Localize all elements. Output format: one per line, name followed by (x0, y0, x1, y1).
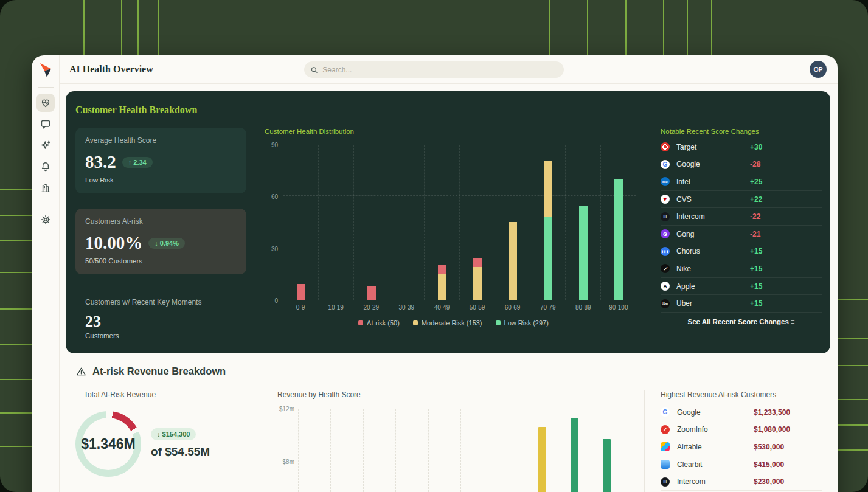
bar-segment (473, 258, 482, 267)
score-change-row[interactable]: ♥CVS+22 (661, 191, 822, 209)
score-change-value: -21 (750, 230, 822, 238)
at-risk-amount: $1,233,500 (754, 408, 822, 417)
divider (77, 282, 245, 282)
intel-logo: intel (661, 177, 670, 186)
decor-line (838, 338, 868, 339)
top-customer-row[interactable]: Airtable$530,000 (661, 438, 822, 456)
uber-logo: Uber (661, 299, 670, 308)
search-input[interactable] (322, 66, 558, 74)
bar-column (353, 145, 389, 300)
bar-column (530, 145, 565, 300)
score-change-row[interactable]: ❚❚❚Chorus+15 (661, 243, 822, 261)
at-risk-amount: $415,000 (754, 460, 822, 469)
score-change-value: -28 (750, 160, 822, 168)
intercom-logo: ||| (661, 212, 670, 221)
decor-line (137, 0, 139, 55)
stat-label: Average Health Score (85, 136, 237, 145)
sidebar-item-ai-insights[interactable] (36, 136, 55, 154)
bar-column (493, 409, 525, 492)
company-name: Intercom (674, 212, 750, 221)
bell-icon (40, 161, 52, 173)
score-change-value: +15 (750, 282, 822, 291)
at-risk-amount: $530,000 (754, 443, 822, 451)
legend-swatch (413, 320, 418, 325)
stat-value: 83.2 (85, 152, 116, 172)
x-axis-labels: 0-910-1920-2930-3940-4950-5960-6970-7980… (283, 304, 636, 311)
decor-line (83, 0, 85, 55)
company-name: Intel (674, 178, 750, 186)
app-logo-icon[interactable] (38, 63, 53, 78)
decor-line (549, 0, 550, 55)
score-change-row[interactable]: intelIntel+25 (661, 173, 822, 191)
sidebar-item-health[interactable] (36, 94, 55, 112)
sparkles-icon (40, 139, 52, 151)
score-change-row[interactable]: GGong-21 (661, 226, 822, 243)
list-icon: ≡ (791, 318, 794, 325)
score-changes-panel: Notable Recent Score Changes Target+30GG… (661, 128, 822, 349)
stats-column: Average Health Score 83.2 ↑ 2.34 Low Ris… (75, 128, 246, 349)
top-customer-row[interactable]: ZZoomInfo$1,080,000 (661, 421, 822, 439)
bar-column (565, 145, 600, 300)
score-change-row[interactable]: Target+30 (661, 139, 822, 156)
decor-line (0, 412, 32, 414)
stat-sub: 50/500 Customers (85, 257, 237, 265)
score-change-row[interactable]: GGoogle-28 (661, 156, 822, 174)
score-changes-title: Notable Recent Score Changes (661, 128, 822, 135)
company-name: Google (674, 408, 754, 417)
stat-label: Customers w/ Recent Key Moments (85, 298, 237, 307)
sidebar-item-accounts[interactable] (36, 179, 55, 197)
bar-column (298, 409, 330, 492)
score-change-row[interactable]: UberUber+15 (661, 295, 822, 313)
donut-total: of $54.55M (151, 445, 210, 459)
x-tick-label: 0-9 (283, 304, 318, 311)
score-change-row[interactable]: ✓Nike+15 (661, 260, 822, 278)
sidebar-item-settings[interactable] (36, 210, 55, 229)
x-tick-label: 30-39 (389, 304, 424, 311)
bar-stack (614, 179, 623, 300)
chat-icon (40, 118, 52, 130)
company-name: Google (674, 160, 750, 168)
top-customer-row[interactable]: Clearbit$415,000 (661, 456, 822, 474)
decor-line (625, 0, 627, 55)
decor-line (838, 365, 868, 366)
bar-stack (473, 258, 482, 300)
sidebar-item-conversations[interactable] (36, 115, 55, 133)
y-tick-label: 60 (271, 193, 278, 200)
score-change-row[interactable]: |||Intercom-22 (661, 208, 822, 226)
heart-pulse-icon (40, 97, 52, 109)
sidebar-item-notifications[interactable] (36, 158, 55, 176)
search-icon (310, 66, 318, 74)
main-area: AI Health Overview OP Customer Health Br… (60, 55, 838, 492)
key-moments-stat: Customers w/ Recent Key Moments 23 Custo… (75, 289, 246, 349)
top-customer-row[interactable]: GGoogle$1,233,500 (661, 404, 822, 421)
total-at-risk-revenue: Total At-Risk Revenue $1.346M ↓ $154,300… (60, 390, 260, 492)
bar-stack (297, 284, 305, 300)
search-bar[interactable] (304, 61, 564, 78)
bar-column (318, 145, 353, 300)
company-name: Intercom (674, 477, 754, 486)
score-change-row[interactable]: AApple+15 (661, 278, 822, 296)
score-change-value: +30 (750, 143, 822, 151)
x-tick-label: 70-79 (530, 304, 566, 311)
chorus-logo: ❚❚❚ (661, 247, 670, 256)
stat-value: 10.00% (85, 233, 142, 253)
decor-line (158, 0, 159, 55)
see-all-score-changes-link[interactable]: See All Recent Score Changes ≡ (661, 318, 822, 325)
decor-line (838, 399, 868, 400)
bar-stack (579, 206, 588, 300)
divider (77, 201, 245, 201)
x-tick-label: 40-49 (424, 304, 459, 311)
bar-segment (579, 206, 588, 300)
top-customer-row[interactable]: |||Intercom$230,000 (661, 473, 822, 491)
trend-badge: ↓ 0.94% (148, 238, 185, 249)
distribution-chart: Customer Health Distribution 0306090 0-9… (265, 128, 642, 349)
decor-line (0, 308, 32, 310)
section-title: At-risk Revenue Breakdown (92, 366, 226, 377)
y-tick-label: $12m (279, 406, 294, 412)
panel-title: Customer Health Breakdown (75, 105, 822, 116)
avatar[interactable]: OP (810, 61, 827, 78)
x-tick-label: 80-89 (566, 304, 601, 311)
at-risk-amount: $1,080,000 (754, 425, 822, 434)
decor-line (0, 189, 32, 190)
company-name: Uber (674, 299, 750, 308)
